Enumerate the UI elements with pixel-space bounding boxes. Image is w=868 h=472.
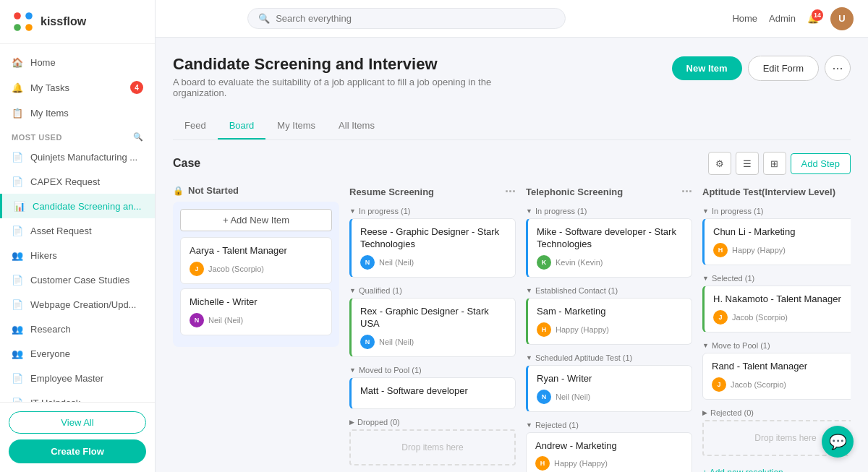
card-reese[interactable]: Reese - Graphic Designer - Stark Technol… (349, 218, 516, 278)
section-header-selected[interactable]: ▼ Selected (1) (702, 271, 851, 286)
card-user: Jacob (Scorpio) (732, 313, 788, 322)
section-header-ec[interactable]: ▼ Established Contact (1) (526, 283, 692, 298)
tab-my-items[interactable]: My Items (265, 113, 327, 140)
drop-zone-resume: Drop items here (349, 429, 516, 465)
grid-toggle-button[interactable]: ⊞ (763, 152, 786, 175)
card-sam[interactable]: Sam - Marketing H Happy (Happy) (526, 298, 692, 345)
home-link[interactable]: Home (732, 13, 757, 24)
sidebar-item-employee-master[interactable]: 📄 Employee Master (0, 366, 155, 390)
more-options-button[interactable]: ··· (825, 55, 851, 81)
card-michelle[interactable]: Michelle - Writer N Neil (Neil) (180, 288, 332, 335)
sidebar-item-capex[interactable]: 📄 CAPEX Request (0, 169, 155, 194)
page-title: Candidate Screening and Interview (173, 55, 520, 74)
section-header-rej-tel[interactable]: ▼ Rejected (1) (526, 418, 692, 432)
sidebar-item-hikers[interactable]: 👥 Hikers (0, 243, 155, 267)
chat-button[interactable]: 💬 (822, 426, 854, 458)
view-all-button[interactable]: View All (9, 411, 146, 434)
tab-feed[interactable]: Feed (173, 113, 218, 140)
card-user: Happy (Happy) (554, 459, 608, 468)
tab-board[interactable]: Board (218, 113, 266, 140)
user-avatar[interactable]: U (830, 7, 854, 30)
card-title: Rex - Graphic Designer - Stark USA (360, 306, 506, 330)
section-header-qualified[interactable]: ▼ Qualified (1) (349, 283, 516, 298)
sidebar-item-webpage[interactable]: 📄 Webpage Creation/Upd... (0, 292, 155, 317)
col-more-resume[interactable]: ··· (505, 185, 516, 198)
section-header-rej-apt[interactable]: ▶ Rejected (0) (702, 406, 851, 420)
notification-button[interactable]: 🔔 14 (807, 13, 819, 24)
col-header-resume: Resume Screening ··· (349, 185, 516, 198)
section-selected: ▼ Selected (1) H. Nakamoto - Talent Mana… (702, 271, 851, 332)
search-icon[interactable]: 🔍 (133, 132, 144, 142)
card-andrew[interactable]: Andrew - Marketing H Happy (Happy) (526, 432, 692, 472)
sidebar-item-asset[interactable]: 📄 Asset Request (0, 218, 155, 243)
sidebar-item-my-tasks[interactable]: 🔔 My Tasks 4 (0, 74, 155, 100)
sidebar-item-candidate[interactable]: 📊 Candidate Screening an... (0, 194, 155, 218)
sidebar-item-quinjets[interactable]: 📄 Quinjets Manufacturing ... (0, 145, 155, 169)
notification-badge: 14 (812, 9, 823, 21)
chevron-down-icon-3: ▼ (349, 366, 356, 374)
avatar-jacob: J (190, 262, 204, 276)
page-title-area: Candidate Screening and Interview A boar… (173, 55, 520, 98)
page-header: Candidate Screening and Interview A boar… (173, 55, 851, 98)
create-flow-button[interactable]: Create Flow (9, 439, 146, 463)
card-aarya[interactable]: Aarya - Talent Manager J Jacob (Scorpio) (180, 237, 332, 284)
sidebar-item-research[interactable]: 👥 Research (0, 317, 155, 341)
add-step-button[interactable]: Add Step (791, 153, 851, 174)
grid-icon: ⊞ (770, 158, 778, 169)
section-header-ip-tel[interactable]: ▼ In progress (1) (526, 204, 692, 218)
avatar-happy-1: H (537, 322, 551, 337)
sidebar-item-it-helpdesk[interactable]: 📄 IT Helpdesk (0, 390, 155, 402)
add-resolution-apt[interactable]: + Add new resolution (702, 462, 851, 472)
sidebar-item-home[interactable]: 🏠 Home (0, 50, 155, 74)
section-header-dropped[interactable]: ▶ Dropped (0) (349, 415, 516, 429)
card-nakamoto[interactable]: H. Nakamoto - Talent Manager J Jacob (Sc… (702, 286, 851, 332)
list-icon: ☰ (743, 158, 752, 169)
card-footer: H Happy (Happy) (537, 322, 683, 337)
section-in-progress-apt: ▼ In progress (1) Chun Li - Marketing H … (702, 204, 851, 265)
filter-button[interactable]: ⚙ (708, 152, 731, 175)
topbar: 🔍 Home Admin 🔔 14 U (156, 0, 868, 38)
tab-all-items[interactable]: All Items (327, 113, 386, 140)
sidebar-item-my-items[interactable]: 📋 My Items (0, 100, 155, 125)
card-mike[interactable]: Mike - Software developer - Stark Techno… (526, 218, 692, 278)
card-footer: J Jacob (Scorpio) (712, 377, 851, 392)
card-title: Andrew - Marketing (535, 440, 683, 452)
sidebar: kissflow 🏠 Home 🔔 My Tasks 4 📋 My Items (0, 0, 156, 472)
card-user: Jacob (Scorpio) (208, 265, 264, 273)
card-chun-li[interactable]: Chun Li - Marketing H Happy (Happy) (702, 218, 851, 265)
kissflow-logo (12, 10, 35, 33)
add-new-item-button[interactable]: + Add New Item (180, 209, 332, 231)
section-header-ip-apt[interactable]: ▼ In progress (1) (702, 204, 851, 218)
people-icon-2: 👥 (12, 323, 23, 335)
section-header-mtp[interactable]: ▼ Move to Pool (1) (702, 338, 851, 353)
card-user: Jacob (Scorpio) (731, 380, 786, 389)
admin-link[interactable]: Admin (769, 13, 796, 24)
chevron-down-icon-4: ▼ (526, 207, 532, 215)
sidebar-nav: 🏠 Home 🔔 My Tasks 4 📋 My Items MOST USED… (0, 44, 155, 402)
col-more-telephonic[interactable]: ··· (681, 185, 692, 198)
chat-icon: 💬 (829, 433, 847, 450)
flow-icon-7: 📄 (12, 397, 23, 402)
section-header-in-progress[interactable]: ▼ In progress (1) (349, 204, 516, 218)
sidebar-item-everyone[interactable]: 👥 Everyone (0, 341, 155, 366)
new-item-button[interactable]: New Item (672, 56, 742, 80)
chevron-down-icon: ▼ (349, 207, 356, 215)
sidebar-item-customer-case[interactable]: 📄 Customer Case Studies (0, 267, 155, 292)
search-input[interactable] (276, 13, 555, 24)
section-moved-pool: ▼ Moved to Pool (1) Matt - Software deve… (349, 363, 516, 410)
section-header-moved-pool[interactable]: ▼ Moved to Pool (1) (349, 363, 516, 377)
card-rand[interactable]: Rand - Talent Manager J Jacob (Scorpio) (702, 353, 851, 400)
column-resume-screening: Resume Screening ··· ▼ In progress (1) R… (349, 185, 516, 472)
svg-point-1 (14, 12, 21, 20)
card-ryan[interactable]: Ryan - Writer N Neil (Neil) (526, 365, 692, 412)
view-toggle-button[interactable]: ☰ (736, 152, 759, 175)
edit-form-button[interactable]: Edit Form (748, 56, 819, 81)
section-move-pool-apt: ▼ Move to Pool (1) Rand - Talent Manager… (702, 338, 851, 400)
card-matt[interactable]: Matt - Software developer (349, 377, 516, 410)
card-rex[interactable]: Rex - Graphic Designer - Stark USA N Nei… (349, 298, 516, 357)
chevron-right-icon-2: ▶ (702, 409, 707, 416)
section-header-sat[interactable]: ▼ Scheduled Aptitude Test (1) (526, 351, 692, 365)
card-footer: J Jacob (Scorpio) (713, 310, 851, 325)
section-most-used: MOST USED 🔍 (0, 125, 155, 145)
people-icon-1: 👥 (12, 249, 23, 261)
